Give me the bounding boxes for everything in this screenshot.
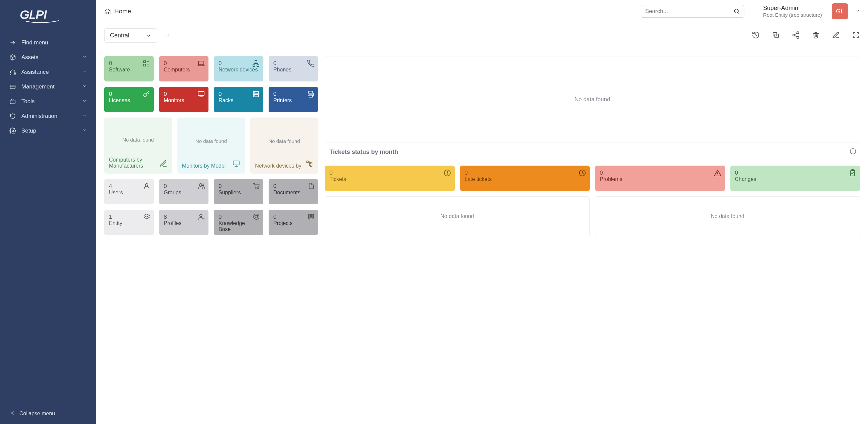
server-icon [252, 90, 260, 99]
briefcase-icon [9, 98, 16, 105]
status-changes[interactable]: 0 Changes [730, 166, 860, 191]
warning-icon [714, 169, 722, 178]
headset-icon [9, 69, 16, 75]
status-label: Problems [600, 176, 622, 182]
status-problems[interactable]: 0 Problems [595, 166, 725, 191]
search-box[interactable] [641, 5, 744, 18]
svg-rect-37 [309, 214, 310, 219]
search-input[interactable] [645, 8, 733, 15]
card-monitors-by-model[interactable]: No data found Monitors by Model [178, 118, 245, 173]
users-icon [198, 182, 205, 191]
monitor-icon [232, 160, 240, 169]
printer-icon [307, 90, 315, 99]
tile-monitors[interactable]: 0 Monitors [159, 87, 209, 112]
user-check-icon [198, 213, 205, 222]
delete-button[interactable] [812, 31, 820, 40]
layers-icon [143, 213, 150, 222]
tile-software[interactable]: 0 Software [104, 56, 154, 81]
chevron-down-icon [82, 98, 87, 105]
info-projects[interactable]: 0 Projects [269, 210, 318, 235]
card-network-devices-by[interactable]: No data found Network devices by [250, 118, 318, 173]
sidebar-item-administration[interactable]: Administration [0, 109, 96, 124]
status-late-tickets[interactable]: 0 Late tickets [460, 166, 590, 191]
svg-point-33 [257, 188, 258, 189]
svg-rect-22 [253, 95, 258, 97]
user-entity: Root Entity (tree structure) [763, 12, 822, 18]
share-button[interactable] [792, 31, 800, 40]
cart-icon [253, 182, 260, 191]
tile-licenses[interactable]: 0 Licenses [104, 87, 154, 112]
tile-phones[interactable]: 0 Phones [269, 56, 318, 81]
edit-button[interactable] [832, 31, 840, 40]
card-title: Computers by Manufacturers [109, 157, 157, 169]
sidebar-item-tools[interactable]: Tools [0, 94, 96, 109]
card-computers-by-manufacturers[interactable]: No data found Computers by Manufacturers [104, 118, 172, 173]
info-label: Knowledge Base [218, 220, 245, 232]
history-button[interactable] [752, 31, 760, 40]
glpi-logo-icon: GLPI [20, 8, 63, 24]
add-dashboard-button[interactable] [162, 30, 174, 41]
svg-point-34 [200, 214, 202, 217]
sidebar-item-management[interactable]: Management [0, 79, 96, 94]
chevron-down-icon [82, 84, 87, 90]
find-menu[interactable]: Find menu [0, 35, 96, 50]
search-icon[interactable] [733, 8, 740, 15]
tile-label: Monitors [164, 97, 184, 103]
tile-printers[interactable]: 0 Printers [269, 87, 318, 112]
breadcrumb[interactable]: Home [104, 8, 131, 15]
info-entity[interactable]: 1 Entity [104, 210, 154, 235]
laptop-icon [197, 59, 205, 69]
nodata-panel: No data found [325, 196, 590, 236]
tile-label: Phones [273, 67, 291, 72]
nodata-panel: No data found [595, 196, 860, 236]
info-users[interactable]: 4 Users [104, 179, 154, 204]
svg-point-32 [255, 188, 256, 189]
nodata-msg: No data found [109, 122, 167, 157]
info-groups[interactable]: 0 Groups [159, 179, 209, 204]
sidebar-item-label: Setup [21, 128, 82, 134]
alert-icon[interactable] [849, 148, 857, 157]
info-label: Groups [164, 190, 181, 195]
chart-nodata-msg: No data found [575, 96, 611, 103]
sidebar-item-label: Assets [21, 54, 82, 61]
app-logo[interactable]: GLPI [0, 0, 96, 35]
nodata-msg: No data found [255, 122, 313, 160]
tree-icon [305, 160, 313, 169]
info-label: Projects [273, 220, 293, 226]
info-knowledge-base[interactable]: 0 Knowledge Base [214, 210, 263, 235]
collapse-menu[interactable]: Collapse menu [0, 403, 96, 424]
sidebar-item-label: Assistance [21, 69, 82, 75]
avatar[interactable]: GL [832, 3, 848, 19]
sidebar-item-assistance[interactable]: Assistance [0, 65, 96, 79]
sidebar-item-label: Tools [21, 98, 82, 105]
info-documents[interactable]: 0 Documents [269, 179, 318, 204]
chart-nodata: No data found [325, 56, 860, 143]
status-count: 0 [330, 170, 450, 176]
info-suppliers[interactable]: 0 Suppliers [214, 179, 263, 204]
status-label: Tickets [330, 176, 346, 182]
svg-rect-20 [198, 92, 204, 96]
tile-racks[interactable]: 0 Racks [214, 87, 263, 112]
tile-network-devices[interactable]: 0 Network devices [214, 56, 263, 81]
sidebar-item-assets[interactable]: Assets [0, 50, 96, 65]
chevron-down-icon[interactable] [855, 8, 860, 14]
clock-icon [578, 169, 586, 178]
svg-text:GLPI: GLPI [20, 8, 47, 21]
tile-computers[interactable]: 0 Computers [159, 56, 209, 81]
status-tickets[interactable]: 0 Tickets [325, 166, 455, 191]
dashboard-select[interactable]: Central [104, 28, 157, 43]
nodata-msg: No data found [182, 122, 241, 160]
topbar: Home Super-Admin Root Entity (tree struc… [96, 0, 868, 23]
sidebar-item-setup[interactable]: Setup [0, 124, 96, 138]
phone-icon [307, 59, 315, 69]
fullscreen-button[interactable] [852, 31, 860, 40]
content: Central 0 Software 0 Computers 0 Network [96, 23, 868, 242]
info-profiles[interactable]: 8 Profiles [159, 210, 209, 235]
collapse-menu-label: Collapse menu [20, 411, 55, 417]
svg-point-31 [202, 184, 204, 186]
dashboard-select-label: Central [110, 32, 129, 39]
card-title: Network devices by [255, 163, 303, 169]
svg-rect-25 [233, 161, 239, 165]
copy-button[interactable] [772, 31, 780, 40]
user-block[interactable]: Super-Admin Root Entity (tree structure) [763, 5, 822, 18]
